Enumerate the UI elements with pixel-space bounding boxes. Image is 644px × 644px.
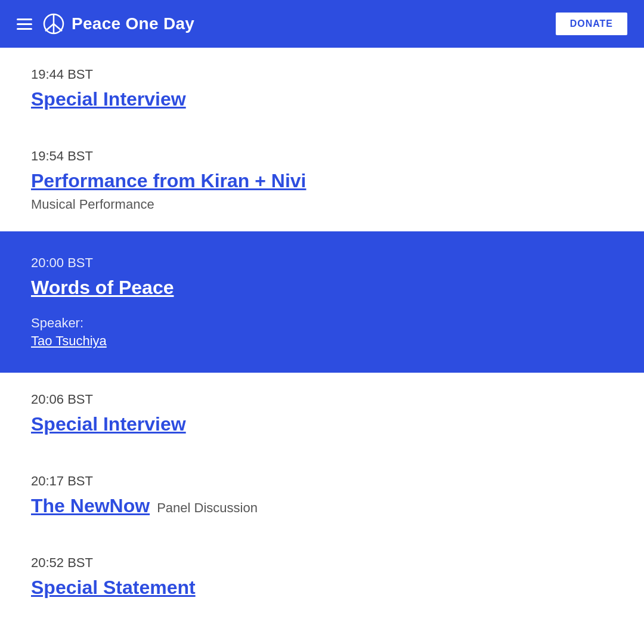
schedule-item-6: 20:52 BSTSpecial Statement	[0, 536, 644, 618]
site-title: Peace One Day	[72, 14, 194, 33]
schedule-item-4: 20:06 BSTSpecial Interview	[0, 373, 644, 454]
schedule-item-5: 20:17 BSTThe NewNowPanel Discussion	[0, 454, 644, 536]
event-inline-subtitle-5: Panel Discussion	[157, 500, 258, 516]
event-title-1[interactable]: Special Interview	[31, 88, 613, 110]
logo-area: Peace One Day	[43, 13, 194, 35]
event-title-6[interactable]: Special Statement	[31, 577, 613, 599]
event-title-4[interactable]: Special Interview	[31, 413, 613, 435]
schedule-time-6: 20:52 BST	[31, 555, 613, 571]
schedule-time-3: 20:00 BST	[31, 255, 613, 271]
event-title-3[interactable]: Words of Peace	[31, 277, 613, 299]
schedule-time-2: 19:54 BST	[31, 148, 613, 164]
event-title-2[interactable]: Performance from Kiran + Nivi	[31, 170, 613, 192]
event-title-row-5: The NewNowPanel Discussion	[31, 495, 613, 517]
schedule-time-4: 20:06 BST	[31, 392, 613, 407]
event-title-5[interactable]: The NewNow	[31, 495, 150, 517]
schedule-item-3: 20:00 BSTWords of PeaceSpeaker:Tao Tsuch…	[0, 231, 644, 373]
svg-line-3	[54, 24, 62, 31]
menu-icon[interactable]	[17, 18, 32, 30]
event-subtitle-2: Musical Performance	[31, 197, 613, 212]
donate-button[interactable]: DONATE	[556, 13, 627, 35]
speaker-name-3[interactable]: Tao Tsuchiya	[31, 333, 107, 349]
schedule-item-2: 19:54 BSTPerformance from Kiran + NiviMu…	[0, 129, 644, 231]
speaker-label-3: Speaker:	[31, 315, 613, 331]
schedule-list: 19:44 BSTSpecial Interview19:54 BSTPerfo…	[0, 48, 644, 618]
schedule-item-1: 19:44 BSTSpecial Interview	[0, 48, 644, 129]
peace-logo-icon	[43, 13, 64, 35]
site-header: Peace One Day DONATE	[0, 0, 644, 48]
schedule-time-1: 19:44 BST	[31, 67, 613, 82]
svg-line-2	[45, 24, 54, 31]
schedule-time-5: 20:17 BST	[31, 473, 613, 489]
header-left: Peace One Day	[17, 13, 194, 35]
